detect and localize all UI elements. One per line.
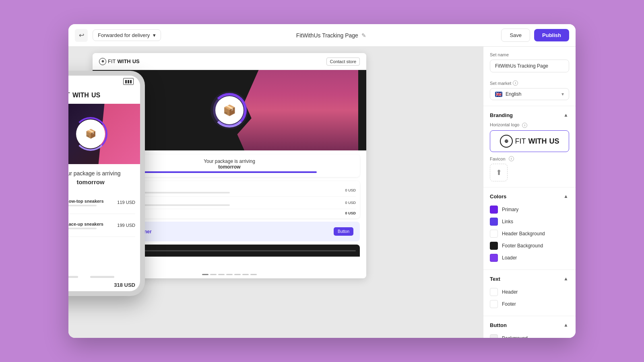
phone-brand-fit: FIT (68, 92, 70, 99)
market-label-text: Set market (490, 81, 511, 86)
status-dropdown[interactable]: Forwarded for delivery ▾ (93, 29, 161, 41)
phone-product-item-1: Low-top sneakers 119 USD (68, 191, 135, 214)
desktop-product-info-2: Product 02 (114, 200, 345, 206)
phone-screen: 📶 ▮▮▮ ⊕ FITWITHUS (68, 76, 140, 291)
phone-mockup: 📶 ▮▮▮ ⊕ FITWITHUS (68, 71, 145, 296)
slide-dot-3[interactable] (218, 274, 225, 275)
phone-total-val: 318 USD (114, 282, 135, 288)
text-collapse-icon[interactable]: ▲ (563, 276, 569, 282)
status-label: Forwarded for delivery (98, 32, 150, 38)
toolbar-center: FitWithUs Tracking Page ✎ (296, 32, 366, 39)
toolbar-right: Save Publish (501, 29, 569, 42)
loader-color-swatch[interactable] (490, 254, 498, 262)
footer-bar-line (113, 250, 356, 251)
favicon-upload-wrapper: ⬆ (490, 164, 569, 181)
phone-product-sub-1 (68, 205, 97, 206)
slide-dot-7[interactable] (250, 274, 257, 275)
slide-dot-6[interactable] (242, 274, 249, 275)
desktop-brand-us: US (132, 58, 140, 64)
text-color-row-header: Header (490, 286, 569, 298)
text-header-swatch[interactable] (490, 288, 498, 296)
phone-tracking-bold: tomorrow (76, 179, 104, 185)
text-section: Text ▲ Header Footer (483, 270, 576, 316)
chevron-down-icon-market: ▾ (561, 91, 564, 97)
text-footer-swatch[interactable] (490, 300, 498, 308)
edit-icon[interactable]: ✎ (361, 32, 366, 39)
text-footer-label: Footer (502, 301, 516, 307)
save-button[interactable]: Save (501, 29, 530, 42)
logo-label: Horizontal logo i (490, 122, 569, 128)
branding-collapse-icon[interactable]: ▲ (563, 112, 569, 118)
favicon-info-icon[interactable]: i (509, 156, 514, 161)
button-bg-swatch[interactable] (490, 334, 498, 338)
phone-brand-logo: ⊕ FITWITHUS (68, 90, 100, 101)
desktop-preview-header: ⊕ FITWITHUS Contact store (93, 53, 366, 70)
back-icon: ↩ (79, 31, 84, 39)
logo-circle-big: ⊕ (500, 135, 513, 148)
market-dropdown[interactable]: English ▾ (490, 88, 569, 100)
slide-dot-5[interactable] (234, 274, 241, 275)
desktop-tracking-bar (142, 171, 317, 173)
favicon-upload-btn[interactable]: ⬆ (490, 164, 508, 181)
toolbar: ↩ Forwarded for delivery ▾ FitWithUs Tra… (68, 24, 576, 47)
logo-info-icon[interactable]: i (522, 123, 527, 128)
market-value: English (506, 91, 521, 97)
logo-with: WITH (528, 137, 547, 146)
colors-collapse-icon[interactable]: ▲ (563, 193, 569, 200)
market-label: Set market i (490, 80, 569, 86)
phone-tracking-line1: Your package is arriving (68, 170, 132, 178)
desktop-product-price-2: 0 USD (345, 201, 356, 205)
phone-total-row: Total 318 USD (68, 280, 135, 290)
desktop-tracking-circle: 📦 (215, 96, 244, 124)
desktop-product-name-1: Product 01 (114, 187, 345, 191)
panel-scrollable: Set name Set market i English ▾ (483, 47, 576, 338)
primary-color-label: Primary (502, 207, 518, 212)
publish-button[interactable]: Publish (534, 29, 569, 41)
header-bg-color-swatch[interactable] (490, 230, 498, 238)
desktop-package-icon: 📦 (223, 104, 236, 117)
editor-body: 📶 ▮▮▮ ⊕ FITWITHUS (68, 47, 576, 338)
market-info-icon[interactable]: i (513, 80, 518, 86)
logo-fit: FIT (515, 137, 526, 146)
slide-dot-4[interactable] (226, 274, 233, 275)
primary-color-swatch[interactable] (490, 206, 498, 214)
set-name-input[interactable] (490, 60, 569, 72)
preview-canvas: 📶 ▮▮▮ ⊕ FITWITHUS (68, 47, 483, 338)
footer-bg-color-swatch[interactable] (490, 242, 498, 250)
upload-icon: ⬆ (496, 168, 502, 177)
color-row-loader: Loader (490, 252, 569, 264)
phone-hero: 📦 (68, 104, 140, 164)
branding-section: Branding ▲ Horizontal logo i ⊕ FITWITHUS (483, 106, 576, 187)
package-icon: 📦 (85, 129, 96, 139)
banner-button[interactable]: Button (334, 227, 353, 236)
page-title: FitWithUs Tracking Page (296, 32, 358, 39)
back-button[interactable]: ↩ (75, 29, 88, 42)
color-row-footer-bg: Footer Background (490, 240, 569, 252)
button-section-header: Button ▲ (490, 322, 569, 328)
phone-product-info-2: Lace-up sneakers (68, 222, 117, 229)
branding-header: Branding ▲ (490, 112, 569, 118)
desktop-brand-logo: ⊕ FITWITHUS (99, 58, 140, 65)
phone-product-name-2: Lace-up sneakers (68, 222, 117, 226)
links-color-swatch[interactable] (490, 218, 498, 226)
market-dropdown-left: English (495, 91, 521, 97)
phone-total-lines (68, 276, 135, 278)
desktop-tracking-wrapper: 📦 (215, 96, 244, 124)
phone-product-name-1: Low-top sneakers (68, 199, 117, 204)
contact-store-btn[interactable]: Contact store (326, 58, 360, 66)
desktop-brand-with: WITH (118, 58, 131, 64)
footer-bg-color-label: Footer Background (502, 243, 543, 249)
slide-dot-1[interactable] (202, 274, 208, 275)
desktop-logo-circle: ⊕ (99, 58, 106, 65)
total-line-2 (90, 276, 114, 278)
logo-preview: ⊕ FITWITHUS (490, 130, 569, 152)
button-title: Button (490, 322, 507, 328)
chevron-down-icon: ▾ (153, 32, 156, 38)
links-color-label: Links (502, 219, 513, 224)
flag-icon (495, 92, 502, 97)
slide-dot-2[interactable] (210, 274, 217, 275)
button-section: Button ▲ Background (483, 316, 576, 338)
phone-product-price-2: 199 USD (117, 223, 135, 228)
right-panel: Set name Set market i English ▾ (483, 47, 576, 338)
button-collapse-icon[interactable]: ▲ (563, 322, 569, 328)
